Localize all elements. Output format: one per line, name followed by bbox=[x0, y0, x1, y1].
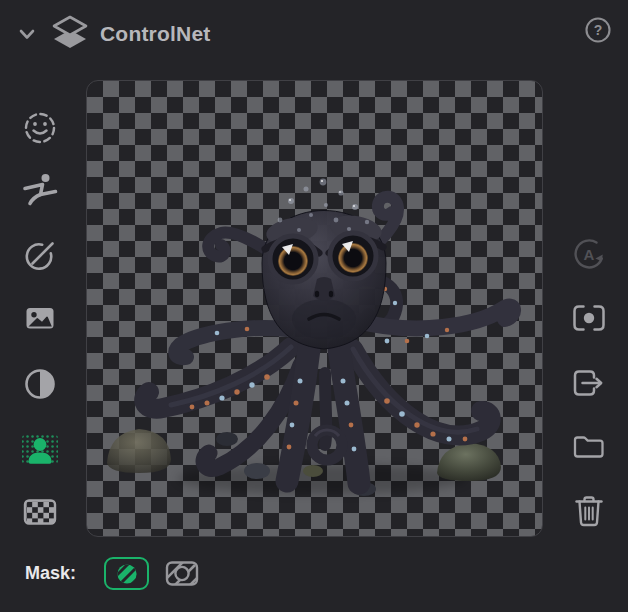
contrast-icon bbox=[22, 366, 58, 402]
auto-rotate-a-icon: A bbox=[569, 234, 609, 274]
svg-text:A: A bbox=[584, 246, 595, 263]
mask-icon bbox=[163, 558, 201, 589]
control-scribble-button[interactable] bbox=[17, 231, 63, 277]
image-icon bbox=[21, 300, 59, 336]
trash-icon bbox=[571, 492, 607, 530]
auto-text-button: A bbox=[566, 231, 612, 277]
person-segmentation-icon bbox=[20, 429, 60, 469]
svg-text:?: ? bbox=[594, 22, 603, 38]
viewport-focus-icon bbox=[569, 301, 609, 335]
open-folder-button[interactable] bbox=[566, 424, 612, 470]
control-image-button[interactable] bbox=[17, 295, 63, 341]
face-detection-icon bbox=[22, 110, 58, 146]
export-icon bbox=[569, 366, 609, 400]
scribble-circle-icon bbox=[22, 236, 58, 272]
pose-icon bbox=[21, 171, 59, 209]
mask-option-none[interactable] bbox=[104, 557, 149, 590]
mask-option-masked[interactable] bbox=[160, 558, 204, 589]
control-tile-button[interactable] bbox=[17, 489, 63, 535]
chevron-down-icon bbox=[16, 23, 38, 45]
mask-label: Mask: bbox=[25, 563, 76, 584]
controlnet-panel: ControlNet ? bbox=[0, 0, 628, 612]
page-title: ControlNet bbox=[100, 22, 211, 46]
checkerboard-tile-icon bbox=[21, 496, 59, 528]
collapse-button[interactable] bbox=[14, 21, 40, 47]
delete-button[interactable] bbox=[566, 488, 612, 534]
preview-canvas[interactable] bbox=[86, 80, 543, 537]
control-face-button[interactable] bbox=[17, 105, 63, 151]
export-button[interactable] bbox=[566, 360, 612, 406]
help-button[interactable]: ? bbox=[583, 15, 613, 45]
control-contrast-button[interactable] bbox=[17, 361, 63, 407]
question-mark-circle-icon: ? bbox=[584, 16, 612, 44]
layers-icon bbox=[48, 13, 92, 55]
control-person-segmentation-button[interactable] bbox=[17, 426, 63, 472]
octopus-artwork bbox=[87, 81, 543, 537]
control-pose-button[interactable] bbox=[17, 167, 63, 213]
no-mask-icon bbox=[114, 561, 140, 587]
capture-viewport-button[interactable] bbox=[566, 295, 612, 341]
folder-icon bbox=[569, 431, 609, 463]
